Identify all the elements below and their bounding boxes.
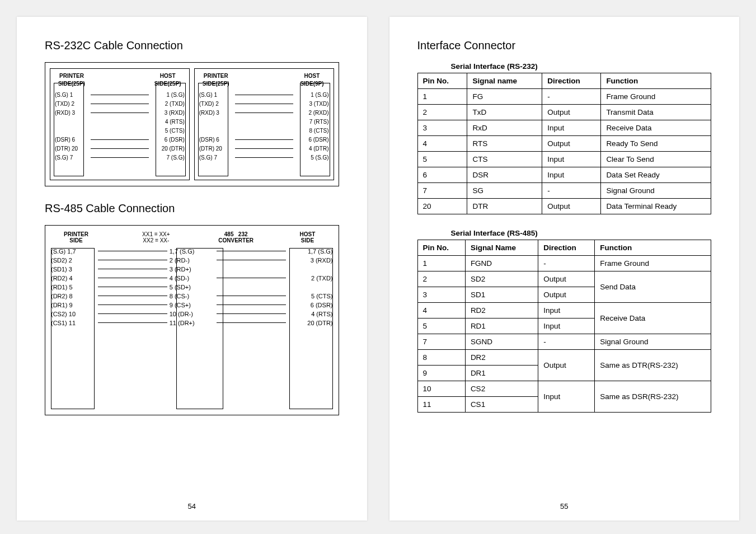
heading-interface-connector: Interface Connector: [417, 39, 712, 52]
table-row: 1FG-Frame Ground: [417, 89, 711, 105]
heading-rs485: RS-485 Cable Connection: [45, 202, 339, 215]
page-number-right: 55: [389, 502, 740, 510]
table-header: Function: [595, 240, 711, 256]
rs485-diagram-box: PRINTER SIDEXX1 = XX+ XX2 = XX-485 232 C…: [45, 225, 339, 415]
table-row: 3RxDInputReceive Data: [417, 120, 711, 136]
table-row: 6DSRInputData Set Ready: [417, 167, 711, 183]
table-rs232: Pin No.Signal nameDirectionFunction1FG-F…: [417, 73, 712, 214]
caption-rs232: Serial Interface (RS-232): [451, 62, 712, 71]
table-header: Pin No.: [417, 73, 467, 89]
table-row: 8DR2OutputSame as DTR(RS-232): [417, 350, 711, 366]
table-header: Direction: [538, 240, 595, 256]
table-header: Direction: [542, 73, 601, 89]
table-row: 5CTSInputClear To Send: [417, 152, 711, 167]
caption-rs485: Serial Interface (RS-485): [451, 229, 712, 237]
page-left: RS-232C Cable Connection PRINTER SIDE(25…: [17, 17, 367, 521]
diagram-25p-25p: PRINTER SIDE(25P)HOST SIDE(25P)(S.G) 11 …: [50, 68, 190, 180]
table-row: 7SG-Signal Ground: [417, 183, 711, 199]
table-header: Signal name: [467, 73, 542, 89]
table-row: 2TxDOutputTransmit Data: [417, 105, 711, 120]
page-right: Interface Connector Serial Interface (RS…: [389, 17, 740, 521]
heading-rs232c: RS-232C Cable Connection: [45, 39, 339, 52]
table-row: 10CS2InputSame as DSR(RS-232): [417, 381, 711, 397]
table-header: Signal Name: [465, 240, 538, 256]
table-row: 1FGND-Frame Ground: [417, 256, 711, 271]
table-header: Pin No.: [417, 240, 465, 256]
table-rs485: Pin No.Signal NameDirectionFunction1FGND…: [417, 240, 712, 413]
table-row: 4RTSOutputReady To Send: [417, 136, 711, 152]
table-row: 7SGND-Signal Ground: [417, 334, 711, 350]
table-row: 20DTROutputData Terminal Ready: [417, 199, 711, 214]
diagram-25p-9p: PRINTER SIDE(25P)HOST SIDE(9P)(S.G) 11 (…: [194, 68, 334, 180]
table-row: 2SD2OutputSend Data: [417, 271, 711, 287]
rs232c-diagram-box: PRINTER SIDE(25P)HOST SIDE(25P)(S.G) 11 …: [45, 62, 339, 186]
table-row: 4RD2InputReceive Data: [417, 303, 711, 318]
page-number-left: 54: [17, 502, 367, 510]
table-header: Function: [601, 73, 711, 89]
